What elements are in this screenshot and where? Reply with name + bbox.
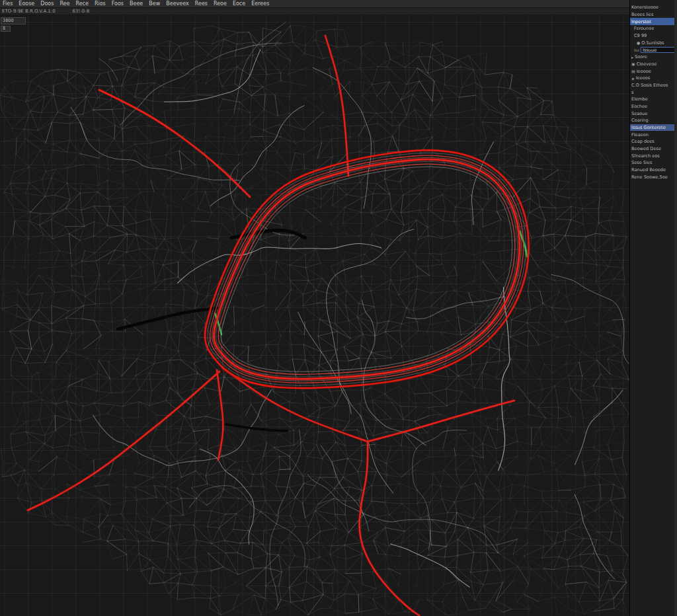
toolbar-status-right: 63!-0-8 [73, 9, 90, 14]
menu-item-beee[interactable]: Beee [130, 0, 143, 8]
panel-item-c9-99[interactable]: C9 99 [630, 32, 677, 40]
panel-item-label: Issuue [643, 48, 657, 53]
viewport-overlay-fields: 3800 8 [1, 17, 26, 32]
panel-item-o-sunlisbs[interactable]: ●O.Sunlisbs [630, 39, 677, 46]
panel-item-issuue[interactable]: IssIssuue [630, 46, 677, 54]
panel-item-label: Fleaeon [631, 132, 649, 137]
panel-item-label: C.O Sosis Etheos [631, 83, 668, 88]
panel-item-label: Coaring [631, 118, 649, 123]
menubar: FiesEooseDoosReeReceRiosFoosBeeeBewBeeve… [0, 0, 629, 8]
panel-item-ieoooe[interactable]: ▤Ieoooe [630, 67, 677, 75]
panel-item-ieeoos[interactable]: ◈Ieeoos [630, 75, 677, 82]
panel-item-label: Beowed Dese [631, 146, 661, 151]
panel-item-beowed-dese[interactable]: Beowed Dese [630, 145, 677, 153]
panel-item-icon: ● [637, 40, 640, 45]
panel-item-label: Rene Soowe,5oe [631, 174, 668, 180]
panel-item-icon: ▸ [631, 55, 633, 59]
toolbar: ETO-9-9E B.R.O.V.A.1:0 63!-0-8 [0, 8, 629, 15]
scrollbar[interactable] [674, 0, 677, 616]
panel-item-seaoue[interactable]: Seaoue [630, 110, 677, 117]
menu-item-bew[interactable]: Bew [149, 0, 160, 8]
panel-item-s[interactable]: s [630, 89, 677, 96]
panel-item-label: Elembe [631, 96, 648, 102]
panel-item-elembe[interactable]: Elembe [630, 96, 677, 103]
panel-item-label: Eochee [631, 104, 647, 109]
panel-item-eochee[interactable]: Eochee [630, 103, 677, 110]
panel-item-fleaeon[interactable]: Fleaeon [630, 131, 677, 138]
menu-item-foos[interactable]: Foos [112, 0, 124, 8]
menu-item-fies[interactable]: Fies [3, 0, 13, 8]
panel-item-beoes-lies[interactable]: Beoes lies [630, 11, 677, 19]
panel-item-coaring[interactable]: Coaring [630, 117, 677, 124]
menu-item-eoce[interactable]: Eoce [233, 0, 245, 8]
panel-item-label: Ieoooe [637, 69, 651, 74]
panel-item-label: Inperstot [631, 19, 651, 24]
panel-item-cloeveoe[interactable]: ▣Cloeveoe [630, 61, 677, 68]
panel-item-label: Issus Gonterete [631, 125, 666, 130]
panel-item-icon: ◈ [631, 76, 635, 81]
menu-item-reoe[interactable]: Reoe [214, 0, 227, 8]
panel-item-issus-gonterete[interactable]: Issus Gonterete [630, 124, 677, 132]
application-window: FiesEooseDoosReeReceRiosFoosBeeeBewBeeve… [0, 0, 677, 616]
value-field[interactable]: 3800 [1, 17, 26, 24]
panel-item-label: Beoes lies [631, 12, 653, 17]
panel-item-label: C9 99 [634, 33, 647, 38]
menu-item-eoose[interactable]: Eoose [19, 0, 34, 8]
menu-item-rees[interactable]: Rees [195, 0, 208, 8]
panel-field[interactable]: Issuue [641, 47, 676, 53]
outliner-list: KonersteooeBeoes liesInperstotFerounoeC9… [630, 4, 677, 180]
3d-viewport-canvas[interactable] [0, 15, 629, 616]
panel-item-konersteooe[interactable]: Konersteooe [630, 4, 677, 11]
panel-item-label: Ceap dees [631, 139, 655, 144]
panel-item-inperstot[interactable]: Inperstot [630, 18, 677, 25]
panel-item-soore[interactable]: ▸Soore [630, 54, 677, 61]
panel-item-rene-soowe-5oe[interactable]: Rene Soowe,5oe [630, 174, 677, 181]
panel-item-icon: ▤ [631, 69, 635, 73]
menu-item-beeveex[interactable]: Beeveex [166, 0, 189, 8]
panel-item-icon: Iss [634, 48, 639, 52]
menu-item-ree[interactable]: Ree [60, 0, 69, 8]
panel-item-ranued-beoede[interactable]: Ranued Beoede [630, 167, 677, 174]
toolbar-status-left: ETO-9-9E B.R.O.V.A.1:0 [2, 9, 56, 14]
menu-item-eerees[interactable]: Eerees [251, 0, 269, 8]
panel-item-label: Seaoue [631, 111, 648, 116]
panel-item-sese-sies[interactable]: Sese Sies [630, 159, 677, 167]
panel-item-label: Sfnearch eos [631, 153, 660, 159]
menu-item-doos[interactable]: Doos [40, 0, 54, 8]
panel-item-c-o-sosis-etheos[interactable]: C.O Sosis Etheos [630, 82, 677, 89]
panel-item-label: Soore [635, 54, 647, 59]
panel-item-label: Ieeoos [636, 75, 651, 81]
panel-item-icon: ▣ [631, 61, 635, 66]
outliner-panel: KonersteooeBeoes liesInperstotFerounoeC9… [629, 0, 677, 616]
panel-item-label: Konersteooe [631, 5, 658, 10]
panel-item-sfnearch-eos[interactable]: Sfnearch eos [630, 152, 677, 159]
panel-item-ceap-dees[interactable]: Ceap dees [630, 138, 677, 145]
menu-item-rios[interactable]: Rios [95, 0, 106, 8]
panel-item-label: Cloeveoe [637, 61, 657, 67]
panel-item-label: Ferounoe [634, 26, 655, 31]
panel-item-ferounoe[interactable]: Ferounoe [630, 25, 677, 32]
panel-item-label: Ranued Beoede [631, 167, 666, 173]
menu-item-rece[interactable]: Rece [75, 0, 88, 8]
panel-item-label: s [631, 90, 633, 95]
mini-button[interactable]: 8 [1, 26, 11, 32]
panel-item-label: Sese Sies [631, 160, 652, 165]
panel-item-label: O.Sunlisbs [641, 40, 664, 46]
